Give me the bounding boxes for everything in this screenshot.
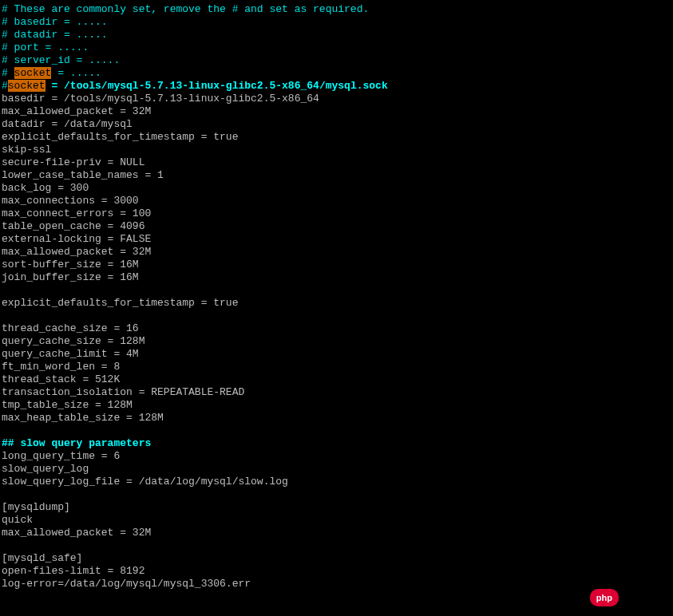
config-line: open-files-limit = 8192 xyxy=(2,565,671,578)
config-line: [mysqld_safe] xyxy=(2,552,671,565)
config-line: quick xyxy=(2,514,671,527)
watermark-badge: php xyxy=(590,589,619,606)
config-line: skip-ssl xyxy=(2,144,671,156)
config-line: log-error=/data/log/mysql/mysql_3306.err xyxy=(2,578,671,590)
config-line: datadir = /data/mysql xyxy=(2,118,671,131)
config-line: join_buffer_size = 16M xyxy=(2,271,671,284)
config-line xyxy=(2,539,671,552)
config-line: explicit_defaults_for_timestamp = true xyxy=(2,131,671,144)
config-line: query_cache_limit = 4M xyxy=(2,348,671,361)
config-line: # socket = ..... xyxy=(2,67,671,80)
config-line: external-locking = FALSE xyxy=(2,233,671,246)
config-line: explicit_defaults_for_timestamp = true xyxy=(2,297,671,310)
config-line: sort-buffer_size = 16M xyxy=(2,259,671,271)
config-line: max_heap_table_size = 128M xyxy=(2,412,671,424)
config-line: back_log = 300 xyxy=(2,182,671,195)
config-line: long_query_time = 6 xyxy=(2,450,671,463)
config-line: # These are commonly set, remove the # a… xyxy=(2,3,671,16)
config-line: query_cache_size = 128M xyxy=(2,335,671,348)
config-line: lower_case_table_names = 1 xyxy=(2,169,671,182)
search-highlight: socket xyxy=(14,67,52,79)
config-line: transaction_isolation = REPEATABLE-READ xyxy=(2,386,671,399)
config-line: tmp_table_size = 128M xyxy=(2,399,671,412)
config-line: max_allowed_packet = 32M xyxy=(2,527,671,539)
config-line: max_connect_errors = 100 xyxy=(2,207,671,220)
config-line: max_connections = 3000 xyxy=(2,195,671,207)
config-line xyxy=(2,488,671,501)
config-line: max_allowed_packet = 32M xyxy=(2,246,671,259)
config-line: # datadir = ..... xyxy=(2,29,671,41)
search-highlight: socket xyxy=(8,80,46,92)
config-line: secure-file-priv = NULL xyxy=(2,156,671,169)
config-line xyxy=(2,284,671,297)
config-line: slow_query_log xyxy=(2,463,671,476)
config-line: ft_min_word_len = 8 xyxy=(2,361,671,373)
config-line: table_open_cache = 4096 xyxy=(2,220,671,233)
config-line: basedir = /tools/mysql-5.7.13-linux-glib… xyxy=(2,93,671,105)
config-line: ## slow query parameters xyxy=(2,437,671,450)
config-line: # port = ..... xyxy=(2,41,671,54)
config-line: # server_id = ..... xyxy=(2,54,671,67)
terminal-config-file-view: # These are commonly set, remove the # a… xyxy=(2,3,671,590)
config-line: #socket = /tools/mysql-5.7.13-linux-glib… xyxy=(2,80,671,93)
config-line: max_allowed_packet = 32M xyxy=(2,105,671,118)
config-line: slow_query_log_file = /data/log/mysql/sl… xyxy=(2,476,671,488)
config-line xyxy=(2,310,671,322)
config-line: [mysqldump] xyxy=(2,501,671,514)
config-line: thread_cache_size = 16 xyxy=(2,322,671,335)
config-line: thread_stack = 512K xyxy=(2,373,671,386)
config-line: # basedir = ..... xyxy=(2,16,671,29)
config-line xyxy=(2,424,671,437)
